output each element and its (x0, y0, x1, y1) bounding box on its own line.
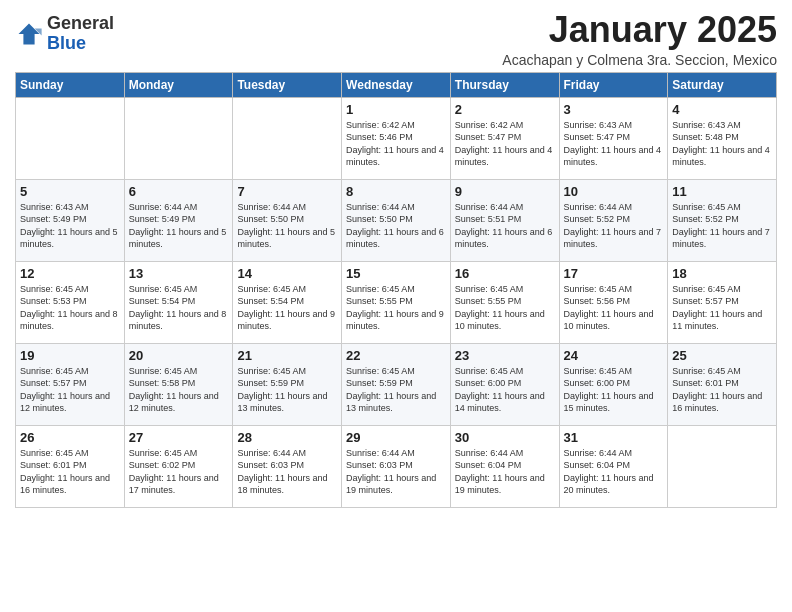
day-number: 19 (20, 348, 120, 363)
day-number: 14 (237, 266, 337, 281)
day-cell: 11Sunrise: 6:45 AMSunset: 5:52 PMDayligh… (668, 179, 777, 261)
logo-general: General (47, 14, 114, 34)
day-info: Sunrise: 6:44 AMSunset: 5:52 PMDaylight:… (564, 201, 664, 251)
day-info: Sunrise: 6:45 AMSunset: 6:02 PMDaylight:… (129, 447, 229, 497)
day-info: Sunrise: 6:45 AMSunset: 5:59 PMDaylight:… (237, 365, 337, 415)
day-cell: 7Sunrise: 6:44 AMSunset: 5:50 PMDaylight… (233, 179, 342, 261)
day-cell: 21Sunrise: 6:45 AMSunset: 5:59 PMDayligh… (233, 343, 342, 425)
day-cell: 17Sunrise: 6:45 AMSunset: 5:56 PMDayligh… (559, 261, 668, 343)
day-info: Sunrise: 6:42 AMSunset: 5:46 PMDaylight:… (346, 119, 446, 169)
day-cell (233, 97, 342, 179)
day-number: 27 (129, 430, 229, 445)
week-row-3: 12Sunrise: 6:45 AMSunset: 5:53 PMDayligh… (16, 261, 777, 343)
day-number: 7 (237, 184, 337, 199)
day-number: 6 (129, 184, 229, 199)
day-info: Sunrise: 6:44 AMSunset: 5:50 PMDaylight:… (237, 201, 337, 251)
day-info: Sunrise: 6:44 AMSunset: 6:04 PMDaylight:… (564, 447, 664, 497)
day-info: Sunrise: 6:42 AMSunset: 5:47 PMDaylight:… (455, 119, 555, 169)
logo-blue: Blue (47, 34, 114, 54)
day-cell: 30Sunrise: 6:44 AMSunset: 6:04 PMDayligh… (450, 425, 559, 507)
day-cell: 23Sunrise: 6:45 AMSunset: 6:00 PMDayligh… (450, 343, 559, 425)
day-number: 4 (672, 102, 772, 117)
day-cell: 3Sunrise: 6:43 AMSunset: 5:47 PMDaylight… (559, 97, 668, 179)
day-info: Sunrise: 6:45 AMSunset: 5:55 PMDaylight:… (346, 283, 446, 333)
day-info: Sunrise: 6:44 AMSunset: 6:03 PMDaylight:… (237, 447, 337, 497)
day-cell: 27Sunrise: 6:45 AMSunset: 6:02 PMDayligh… (124, 425, 233, 507)
day-info: Sunrise: 6:43 AMSunset: 5:48 PMDaylight:… (672, 119, 772, 169)
col-header-monday: Monday (124, 72, 233, 97)
day-number: 18 (672, 266, 772, 281)
subtitle: Acachapan y Colmena 3ra. Seccion, Mexico (502, 52, 777, 68)
day-number: 9 (455, 184, 555, 199)
day-cell: 8Sunrise: 6:44 AMSunset: 5:50 PMDaylight… (342, 179, 451, 261)
day-number: 20 (129, 348, 229, 363)
day-number: 29 (346, 430, 446, 445)
header: General Blue January 2025 Acachapan y Co… (15, 10, 777, 68)
day-info: Sunrise: 6:43 AMSunset: 5:49 PMDaylight:… (20, 201, 120, 251)
day-number: 16 (455, 266, 555, 281)
day-number: 25 (672, 348, 772, 363)
col-header-wednesday: Wednesday (342, 72, 451, 97)
day-cell: 9Sunrise: 6:44 AMSunset: 5:51 PMDaylight… (450, 179, 559, 261)
day-info: Sunrise: 6:45 AMSunset: 5:57 PMDaylight:… (20, 365, 120, 415)
header-row: SundayMondayTuesdayWednesdayThursdayFrid… (16, 72, 777, 97)
day-info: Sunrise: 6:44 AMSunset: 6:03 PMDaylight:… (346, 447, 446, 497)
day-info: Sunrise: 6:45 AMSunset: 5:54 PMDaylight:… (237, 283, 337, 333)
day-cell (124, 97, 233, 179)
col-header-saturday: Saturday (668, 72, 777, 97)
day-cell: 25Sunrise: 6:45 AMSunset: 6:01 PMDayligh… (668, 343, 777, 425)
day-info: Sunrise: 6:45 AMSunset: 6:01 PMDaylight:… (672, 365, 772, 415)
day-info: Sunrise: 6:44 AMSunset: 6:04 PMDaylight:… (455, 447, 555, 497)
day-cell: 2Sunrise: 6:42 AMSunset: 5:47 PMDaylight… (450, 97, 559, 179)
day-info: Sunrise: 6:45 AMSunset: 5:52 PMDaylight:… (672, 201, 772, 251)
week-row-5: 26Sunrise: 6:45 AMSunset: 6:01 PMDayligh… (16, 425, 777, 507)
col-header-thursday: Thursday (450, 72, 559, 97)
col-header-friday: Friday (559, 72, 668, 97)
day-info: Sunrise: 6:45 AMSunset: 5:59 PMDaylight:… (346, 365, 446, 415)
day-cell: 6Sunrise: 6:44 AMSunset: 5:49 PMDaylight… (124, 179, 233, 261)
day-info: Sunrise: 6:43 AMSunset: 5:47 PMDaylight:… (564, 119, 664, 169)
day-number: 22 (346, 348, 446, 363)
svg-marker-0 (19, 23, 40, 44)
logo: General Blue (15, 14, 114, 54)
day-cell: 4Sunrise: 6:43 AMSunset: 5:48 PMDaylight… (668, 97, 777, 179)
day-cell: 29Sunrise: 6:44 AMSunset: 6:03 PMDayligh… (342, 425, 451, 507)
day-number: 28 (237, 430, 337, 445)
day-cell: 31Sunrise: 6:44 AMSunset: 6:04 PMDayligh… (559, 425, 668, 507)
day-number: 15 (346, 266, 446, 281)
day-cell: 24Sunrise: 6:45 AMSunset: 6:00 PMDayligh… (559, 343, 668, 425)
day-cell: 18Sunrise: 6:45 AMSunset: 5:57 PMDayligh… (668, 261, 777, 343)
day-cell: 12Sunrise: 6:45 AMSunset: 5:53 PMDayligh… (16, 261, 125, 343)
day-info: Sunrise: 6:45 AMSunset: 5:56 PMDaylight:… (564, 283, 664, 333)
day-cell: 28Sunrise: 6:44 AMSunset: 6:03 PMDayligh… (233, 425, 342, 507)
day-info: Sunrise: 6:44 AMSunset: 5:51 PMDaylight:… (455, 201, 555, 251)
day-cell: 20Sunrise: 6:45 AMSunset: 5:58 PMDayligh… (124, 343, 233, 425)
week-row-1: 1Sunrise: 6:42 AMSunset: 5:46 PMDaylight… (16, 97, 777, 179)
day-number: 31 (564, 430, 664, 445)
day-number: 10 (564, 184, 664, 199)
day-number: 1 (346, 102, 446, 117)
day-number: 5 (20, 184, 120, 199)
day-number: 24 (564, 348, 664, 363)
day-info: Sunrise: 6:44 AMSunset: 5:50 PMDaylight:… (346, 201, 446, 251)
day-cell: 16Sunrise: 6:45 AMSunset: 5:55 PMDayligh… (450, 261, 559, 343)
day-number: 3 (564, 102, 664, 117)
day-cell: 1Sunrise: 6:42 AMSunset: 5:46 PMDaylight… (342, 97, 451, 179)
logo-icon (15, 20, 43, 48)
page: General Blue January 2025 Acachapan y Co… (0, 0, 792, 612)
day-cell: 5Sunrise: 6:43 AMSunset: 5:49 PMDaylight… (16, 179, 125, 261)
week-row-2: 5Sunrise: 6:43 AMSunset: 5:49 PMDaylight… (16, 179, 777, 261)
day-number: 30 (455, 430, 555, 445)
day-number: 2 (455, 102, 555, 117)
day-cell: 10Sunrise: 6:44 AMSunset: 5:52 PMDayligh… (559, 179, 668, 261)
day-cell: 19Sunrise: 6:45 AMSunset: 5:57 PMDayligh… (16, 343, 125, 425)
col-header-tuesday: Tuesday (233, 72, 342, 97)
col-header-sunday: Sunday (16, 72, 125, 97)
day-number: 13 (129, 266, 229, 281)
day-info: Sunrise: 6:45 AMSunset: 6:00 PMDaylight:… (564, 365, 664, 415)
day-number: 23 (455, 348, 555, 363)
day-info: Sunrise: 6:45 AMSunset: 6:01 PMDaylight:… (20, 447, 120, 497)
logo-text: General Blue (47, 14, 114, 54)
day-cell: 13Sunrise: 6:45 AMSunset: 5:54 PMDayligh… (124, 261, 233, 343)
day-info: Sunrise: 6:45 AMSunset: 5:54 PMDaylight:… (129, 283, 229, 333)
